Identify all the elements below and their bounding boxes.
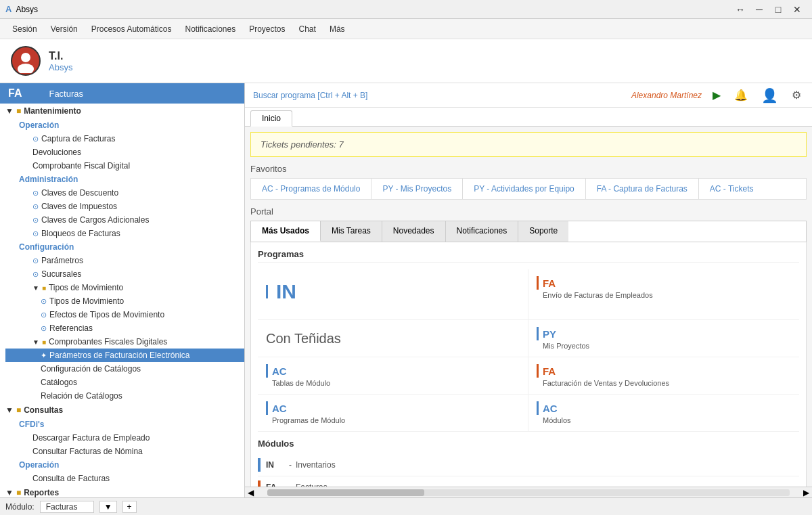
minimize-button[interactable]: ─: [750, 2, 769, 17]
tree-root-mantenimiento[interactable]: ▼ ■ Mantenimiento: [0, 104, 244, 118]
main-layout: FA Facturas ▼ ■ Mantenimiento Operación …: [0, 83, 812, 497]
portal-tab-notificaciones[interactable]: Notificaciones: [446, 221, 519, 242]
favorito-ac-tickets[interactable]: AC - Tickets: [699, 179, 765, 199]
tree-header-config[interactable]: Configuración: [5, 240, 244, 254]
module-fa[interactable]: FA - Facturas: [258, 476, 799, 487]
program-fa-ventas[interactable]: FA Facturación de Ventas y Devoluciones: [528, 357, 799, 395]
left-panel-title: Facturas: [49, 89, 83, 99]
portal-tab-mas-usados[interactable]: Más Usados: [251, 221, 321, 242]
reportes-label: Reportes: [24, 488, 59, 497]
menu-proyectos[interactable]: Proyectos: [242, 22, 292, 37]
program-py-proyectos[interactable]: PY Mis Proyectos: [528, 320, 799, 357]
expand-icon-comp: ▼: [32, 338, 39, 346]
favoritos-section: Favoritos AC - Programas de Módulo PY - …: [250, 164, 807, 200]
tree-item-descargar[interactable]: Descargar Factura de Empleado: [5, 431, 244, 445]
program-py-desc: Mis Proyectos: [537, 342, 791, 350]
favorito-py-proyectos[interactable]: PY - Mis Proyectos: [371, 179, 463, 199]
program-fa-ventas-bar: [537, 364, 539, 378]
tree-item-efectos[interactable]: ⊙ Efectos de Tipos de Movimiento: [5, 308, 244, 321]
user-header: T.I. Absys: [0, 39, 812, 83]
menu-chat[interactable]: Chat: [292, 22, 323, 37]
tab-inicio[interactable]: Inicio: [250, 110, 292, 127]
folder-icon-reportes: ■: [16, 488, 21, 497]
program-fa-envio-desc: Envío de Facturas de Empleados: [537, 291, 791, 299]
tree-item-claves-descuento[interactable]: ⊙ Claves de Descuento: [5, 186, 244, 200]
portal-tab-novedades[interactable]: Novedades: [382, 221, 446, 242]
gear-button[interactable]: ⚙: [789, 87, 804, 103]
left-panel-fa: FA: [8, 87, 22, 99]
program-in-code: IN: [266, 280, 520, 303]
tree-header-operacion[interactable]: Operación: [5, 118, 244, 132]
tree-item-consulta-facturas[interactable]: Consulta de Facturas: [5, 472, 244, 485]
program-ac-tablas[interactable]: AC Tablas de Módulo: [258, 357, 528, 395]
program-ac-programas[interactable]: AC Programas de Módulo: [258, 395, 528, 432]
menu-sesion[interactable]: Sesión: [5, 22, 44, 37]
tree-item-captura[interactable]: ⊙ Captura de Facturas: [5, 132, 244, 145]
portal-tab-soporte[interactable]: Soporte: [518, 221, 568, 242]
user-org: Absys: [49, 62, 72, 72]
program-con-tenidas: Con Teñidas: [258, 320, 528, 357]
program-fa-envio[interactable]: FA Envío de Facturas de Empleados: [528, 269, 799, 320]
scroll-left-arrow[interactable]: ◀: [245, 488, 256, 497]
search-link[interactable]: Buscar programa [Ctrl + Alt + B]: [253, 91, 367, 100]
favorito-fa-captura[interactable]: FA - Captura de Facturas: [586, 179, 699, 199]
tree-item-devoluciones[interactable]: Devoluciones: [5, 145, 244, 159]
user-info: T.I. Absys: [49, 50, 72, 72]
tree-header-admin[interactable]: Administración: [5, 173, 244, 186]
clock-icon: ⊙: [32, 135, 39, 143]
program-ac-prog-code: AC: [266, 401, 520, 415]
program-in[interactable]: IN: [258, 269, 528, 320]
maximize-button[interactable]: □: [769, 2, 788, 17]
tree-container[interactable]: ▼ ■ Mantenimiento Operación ⊙ Captura de…: [0, 104, 244, 497]
tree-item-bloqueos[interactable]: ⊙ Bloqueos de Facturas: [5, 227, 244, 240]
status-dropdown-btn[interactable]: ▼: [99, 501, 117, 513]
close-button[interactable]: ✕: [788, 2, 807, 17]
tree-header-cfdis[interactable]: CFDi's: [5, 418, 244, 431]
bell-button[interactable]: 🔔: [731, 87, 750, 103]
program-py-code: PY: [537, 327, 791, 340]
content-area[interactable]: Tickets pendientes: 7 Favoritos AC - Pro…: [245, 127, 812, 487]
app-icon: A: [5, 4, 12, 14]
tree-item-comprobante[interactable]: Comprobante Fiscal Digital: [5, 159, 244, 173]
tree-item-parametros-fe[interactable]: ✦ Parámetros de Facturación Electrónica: [5, 349, 244, 362]
favorito-py-actividades[interactable]: PY - Actividades por Equipo: [463, 179, 586, 199]
tree-item-tipos-mov[interactable]: ⊙ Tipos de Movimiento: [5, 294, 244, 308]
folder-icon-comp: ■: [42, 338, 46, 346]
tree-item-config-catalogos[interactable]: Configuración de Catálogos: [5, 362, 244, 376]
scroll-right-arrow[interactable]: ▶: [800, 488, 812, 497]
program-ac-mod-code: AC: [537, 401, 791, 415]
tree-header-operacion2[interactable]: Operación: [5, 458, 244, 472]
portal-tab-mis-tareas[interactable]: Mis Tareas: [321, 221, 382, 242]
bottom-scrollbar[interactable]: ◀ ▶: [245, 487, 812, 497]
program-fa-ventas-code: FA: [537, 364, 791, 378]
tickets-banner: Tickets pendientes: 7: [250, 132, 807, 157]
avatar-button[interactable]: 👤: [759, 86, 781, 105]
tree-item-referencias[interactable]: ⊙ Referencias: [5, 321, 244, 335]
menu-notificaciones[interactable]: Notificaciones: [178, 22, 242, 37]
tree-item-parametros[interactable]: ⊙ Parámetros: [5, 254, 244, 267]
module-in[interactable]: IN - Inventarios: [258, 454, 799, 476]
tree-item-catalogos[interactable]: Catálogos: [5, 376, 244, 389]
status-add-btn[interactable]: +: [122, 501, 137, 513]
tree-item-tipos-folder[interactable]: ▼ ■ Tipos de Movimiento: [5, 281, 244, 294]
tree-section-operacion: Operación ⊙ Captura de Facturas Devoluci…: [0, 118, 244, 173]
left-panel: FA Facturas ▼ ■ Mantenimiento Operación …: [0, 83, 245, 497]
tree-item-relacion-catalogos[interactable]: Relación de Catálogos: [5, 389, 244, 403]
tree-item-consultar-nom[interactable]: Consultar Facturas de Nómina: [5, 445, 244, 458]
program-ac-prog-desc: Programas de Módulo: [266, 416, 520, 424]
tree-item-claves-impuestos[interactable]: ⊙ Claves de Impuestos: [5, 200, 244, 213]
play-button[interactable]: ▶: [710, 87, 723, 103]
tree-root-consultas[interactable]: ▼ ■ Consultas: [0, 403, 244, 418]
tree-item-comprobantes-folder[interactable]: ▼ ■ Comprobantes Fiscales Digitales: [5, 335, 244, 349]
tree-item-sucursales[interactable]: ⊙ Sucursales: [5, 267, 244, 281]
menu-version[interactable]: Versión: [44, 22, 85, 37]
scroll-track: [267, 489, 790, 496]
menu-mas[interactable]: Más: [323, 22, 352, 37]
favorito-ac-programas[interactable]: AC - Programas de Módulo: [251, 179, 371, 199]
tree-root-reportes[interactable]: ▼ ■ Reportes: [0, 485, 244, 497]
tree-item-claves-cargos[interactable]: ⊙ Claves de Cargos Adicionales: [5, 213, 244, 227]
program-ac-modulos[interactable]: AC Módulos: [528, 395, 799, 432]
menu-procesos[interactable]: Procesos Automáticos: [85, 22, 179, 37]
clock-icon-2: ⊙: [32, 189, 39, 198]
resize-button[interactable]: ↔: [731, 2, 750, 17]
